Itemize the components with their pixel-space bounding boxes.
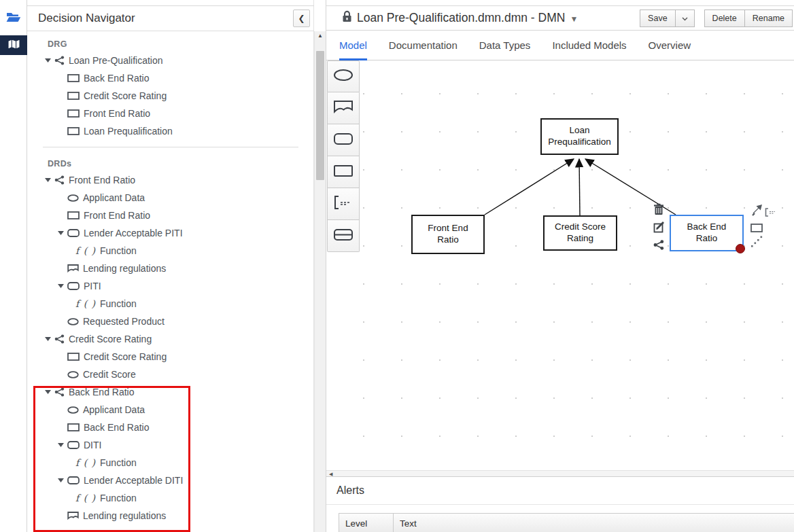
tab-data-types[interactable]: Data Types <box>479 31 531 60</box>
tab-model[interactable]: Model <box>339 31 367 60</box>
edit-node-icon[interactable] <box>653 221 665 233</box>
tree-item-credit-score-rating[interactable]: Credit Score Rating <box>27 348 314 366</box>
delete-node-icon[interactable] <box>653 203 665 215</box>
scrollbar-thumb[interactable] <box>316 51 324 180</box>
bkm-icon <box>67 229 80 237</box>
caret-down-icon[interactable] <box>45 178 54 182</box>
tab-documentation[interactable]: Documentation <box>389 31 458 60</box>
tree-item-label: Lending regulations <box>83 263 166 274</box>
document-header: Loan Pre-Qualification.dmn.dmn - DMN ▼ S… <box>326 5 794 31</box>
tree-item-requested-product[interactable]: Requested Product <box>27 313 314 330</box>
tree-item-label: Lender Acceptable DITI <box>84 475 183 486</box>
tree-item-label: Requested Product <box>83 316 165 327</box>
tab-overview[interactable]: Overview <box>649 31 691 60</box>
decision-icon <box>67 127 80 135</box>
delete-button[interactable]: Delete <box>704 10 745 27</box>
tree-item-function[interactable]: f ( )Function <box>27 489 314 507</box>
decision-icon <box>67 109 80 118</box>
caret-down-icon[interactable] <box>58 284 67 288</box>
scrollbar-up-arrow-icon[interactable]: ▲ <box>315 31 326 40</box>
decision-navigator-button[interactable] <box>0 35 27 55</box>
node-back-end-ratio-selected[interactable]: Back End Ratio <box>670 215 744 251</box>
tree-item-credit-score-rating[interactable]: Credit Score Rating <box>27 330 314 348</box>
function-icon: f ( ) <box>75 493 96 503</box>
resize-handle[interactable] <box>736 244 745 253</box>
canvas-horizontal-scrollbar[interactable]: ◀ <box>326 470 794 476</box>
tree-item-function[interactable]: f ( )Function <box>27 242 314 260</box>
document-title-area[interactable]: Loan Pre-Qualification.dmn.dmn - DMN ▼ <box>326 10 578 26</box>
tree-item-lending-regulations[interactable]: Lending regulations <box>27 507 314 525</box>
tree-item-diti[interactable]: DITI <box>27 436 314 454</box>
tree-item-label: Function <box>100 298 137 309</box>
save-dropdown-button[interactable] <box>676 10 695 27</box>
tree-item-credit-score[interactable]: Credit Score <box>27 366 314 383</box>
node-context-toolbox <box>653 203 665 251</box>
tree-item-function[interactable]: f ( )Function <box>27 454 314 472</box>
decision-icon <box>67 423 80 431</box>
decision-icon <box>67 353 80 361</box>
tree-item-label: PITI <box>84 281 101 291</box>
tree-item-back-end-ratio[interactable]: Back End Ratio <box>27 419 314 436</box>
node-loan-prequalification[interactable]: Loan Prequalification <box>540 118 619 155</box>
document-title: Loan Pre-Qualification.dmn.dmn - DMN <box>357 11 565 25</box>
tree-item-credit-score-rating[interactable]: Credit Score Rating <box>27 87 314 105</box>
tree-item-piti[interactable]: PITI <box>27 277 314 295</box>
add-text-annotation-icon[interactable] <box>765 207 777 219</box>
tree-item-label: Front End Ratio <box>84 210 150 221</box>
save-button[interactable]: Save <box>640 10 676 27</box>
editor-tabs: ModelDocumentationData TypesIncluded Mod… <box>326 31 794 60</box>
node-front-end-ratio[interactable]: Front End Ratio <box>411 215 485 254</box>
tree-item-back-end-ratio[interactable]: Back End Ratio <box>27 69 314 87</box>
tree-item-label: Credit Score <box>83 369 136 380</box>
column-header-text[interactable]: Text <box>394 514 794 532</box>
alerts-table-header: Level Text <box>339 513 794 532</box>
caret-down-icon[interactable] <box>45 58 54 63</box>
tree-item-label: Loan Pre-Qualification <box>69 55 163 66</box>
tree-item-applicant-data[interactable]: Applicant Data <box>27 401 314 419</box>
tree-item-front-end-ratio[interactable]: Front End Ratio <box>27 207 314 224</box>
collapse-panel-button[interactable]: ❮ <box>293 10 310 27</box>
input-icon <box>67 406 79 414</box>
rename-button[interactable]: Rename <box>745 10 793 27</box>
tree-item-lender-acceptable-diti[interactable]: Lender Acceptable DITI <box>27 472 314 489</box>
tree-item-lending-regulations[interactable]: Lending regulations <box>27 260 314 277</box>
input-icon <box>67 318 79 325</box>
tree-item-applicant-data[interactable]: Applicant Data <box>27 189 314 207</box>
tree-item-back-end-ratio[interactable]: Back End Ratio <box>27 383 314 401</box>
alerts-divider <box>326 504 794 505</box>
column-header-level[interactable]: Level <box>339 514 394 532</box>
input-icon <box>67 194 79 202</box>
title-chevron-down-icon[interactable]: ▼ <box>570 14 578 24</box>
alerts-panel: Alerts Level Text <box>326 476 794 532</box>
tree-item-label: Lending regulations <box>83 510 166 521</box>
create-connection-arrow-icon[interactable] <box>750 204 763 219</box>
caret-down-icon[interactable] <box>58 478 67 482</box>
decision-icon <box>67 92 80 100</box>
dmn-diagram-canvas[interactable]: Loan Prequalification Front End Ratio Cr… <box>326 60 794 470</box>
tree-item-loan-prequalification[interactable]: Loan Prequalification <box>27 122 314 140</box>
tree-item-label: Function <box>100 245 137 256</box>
project-explorer-button[interactable] <box>0 8 27 29</box>
caret-down-icon[interactable] <box>58 231 67 235</box>
tree-item-loan-pre-qualification[interactable]: Loan Pre-Qualification <box>27 52 314 69</box>
caret-down-icon[interactable] <box>45 390 54 394</box>
decision-icon <box>67 74 80 82</box>
tree-item-front-end-ratio[interactable]: Front End Ratio <box>27 171 314 189</box>
left-icon-rail <box>0 0 27 532</box>
tree-item-front-end-ratio[interactable]: Front End Ratio <box>27 105 314 122</box>
navigator-scrollbar[interactable]: ▲ <box>314 31 326 532</box>
connector-icon[interactable] <box>653 238 665 251</box>
add-decision-shape-icon[interactable] <box>750 223 763 235</box>
graph-icon <box>54 175 65 185</box>
caret-down-icon[interactable] <box>58 443 67 447</box>
dashed-connector-icon[interactable] <box>750 236 763 251</box>
tree-item-function[interactable]: f ( )Function <box>27 295 314 313</box>
bkm-icon <box>67 476 80 484</box>
caret-down-icon[interactable] <box>45 337 54 341</box>
tab-included-models[interactable]: Included Models <box>552 31 626 60</box>
node-credit-score-rating[interactable]: Credit Score Rating <box>543 215 617 251</box>
graph-icon <box>54 387 65 397</box>
tree-item-label: Loan Prequalification <box>84 126 173 137</box>
function-icon: f ( ) <box>75 298 96 309</box>
tree-item-lender-acceptable-piti[interactable]: Lender Acceptable PITI <box>27 224 314 242</box>
